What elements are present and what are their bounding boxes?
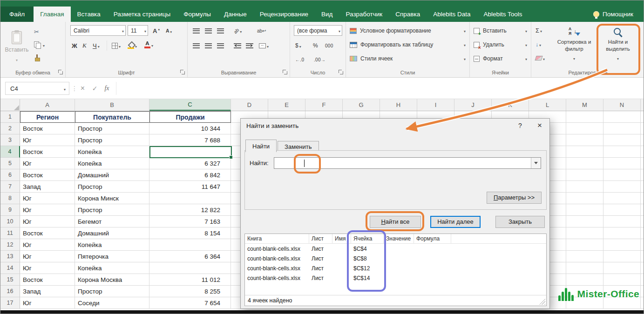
dialog-help-button[interactable]: ? bbox=[510, 119, 530, 133]
grid-cell[interactable] bbox=[603, 134, 641, 146]
insert-cells-button[interactable]: Вставить bbox=[474, 25, 527, 36]
formula-input[interactable] bbox=[116, 82, 644, 95]
grid-cell[interactable] bbox=[603, 181, 641, 193]
grid-cell[interactable] bbox=[566, 193, 603, 204]
results-column-формула[interactable]: Формула bbox=[414, 234, 451, 243]
grid-cell[interactable] bbox=[566, 134, 603, 146]
row-header-11[interactable]: 11 bbox=[0, 227, 20, 239]
dialog-launcher-icon[interactable] bbox=[58, 70, 63, 74]
font-name-combo[interactable]: Calibri bbox=[70, 25, 126, 36]
column-header-h[interactable]: H bbox=[380, 99, 417, 111]
ribbon-tab-ablebits-tools[interactable]: Ablebits Tools bbox=[477, 7, 529, 22]
clear-button[interactable] bbox=[534, 53, 546, 63]
column-header-m[interactable]: M bbox=[566, 99, 603, 111]
table-header-cell[interactable]: Покупатель bbox=[75, 111, 149, 123]
currency-format-button[interactable]: $ bbox=[294, 40, 303, 51]
results-column-имя[interactable]: Имя bbox=[332, 234, 351, 243]
grid-cell[interactable] bbox=[566, 158, 603, 169]
row-header-4[interactable]: 4 bbox=[0, 146, 20, 158]
grid-cell[interactable] bbox=[603, 193, 641, 204]
row-header-14[interactable]: 14 bbox=[0, 262, 20, 274]
increase-decimal-button[interactable]: ←.0 bbox=[294, 54, 305, 65]
column-header-f[interactable]: F bbox=[305, 99, 343, 111]
grid-cell[interactable]: Юг bbox=[20, 204, 75, 216]
column-header-b[interactable]: B bbox=[75, 99, 149, 111]
grid-cell[interactable] bbox=[566, 169, 603, 181]
grid-cell[interactable]: 6 327 bbox=[149, 158, 231, 169]
options-button[interactable]: Параметры >> bbox=[487, 192, 542, 204]
close-button[interactable]: Закрыть bbox=[495, 216, 545, 228]
grid-cell[interactable] bbox=[566, 262, 603, 274]
grid-cell[interactable]: Простор bbox=[75, 134, 149, 146]
ribbon-tab-вставка[interactable]: Вставка bbox=[71, 7, 107, 22]
font-size-combo[interactable]: 11 bbox=[128, 25, 148, 36]
grid-cell[interactable] bbox=[603, 262, 641, 274]
increase-indent-button[interactable] bbox=[244, 40, 255, 51]
row-header-17[interactable]: 17 bbox=[0, 297, 20, 309]
row-header-8[interactable]: 8 bbox=[0, 193, 20, 204]
decrease-decimal-button[interactable]: .00→ bbox=[312, 54, 327, 65]
grid-cell[interactable]: 6 842 bbox=[149, 169, 231, 181]
grid-cell[interactable] bbox=[566, 216, 603, 227]
find-all-button[interactable]: Найти все bbox=[370, 216, 421, 228]
column-header-d[interactable]: D bbox=[231, 99, 268, 111]
cell-styles-button[interactable]: Стили ячеек bbox=[350, 53, 466, 64]
delete-cells-button[interactable]: Удалить bbox=[474, 39, 527, 50]
grid-cell[interactable]: Восток bbox=[20, 169, 75, 181]
grid-cell[interactable]: Копейка bbox=[75, 239, 149, 251]
grid-cell[interactable] bbox=[603, 146, 641, 158]
fill-button[interactable] bbox=[534, 39, 542, 49]
grid-cell[interactable] bbox=[566, 239, 603, 251]
dialog-close-icon[interactable]: × bbox=[530, 119, 549, 133]
format-painter-button[interactable] bbox=[34, 53, 45, 62]
italic-button[interactable]: К bbox=[81, 40, 88, 51]
row-header-10[interactable]: 10 bbox=[0, 216, 20, 227]
cut-button[interactable] bbox=[34, 27, 45, 36]
ribbon-tab-справка[interactable]: Справка bbox=[389, 7, 427, 22]
result-row[interactable]: count-blank-cells.xlsxЛист$C$8 bbox=[245, 254, 546, 263]
row-header-9[interactable]: 9 bbox=[0, 204, 20, 216]
ribbon-tab-ablebits-data[interactable]: Ablebits Data bbox=[427, 7, 477, 22]
column-header-l[interactable]: L bbox=[529, 99, 566, 111]
grid-cell[interactable]: Домашний bbox=[75, 227, 149, 239]
grid-cell[interactable] bbox=[603, 111, 641, 123]
name-box[interactable]: C4 bbox=[5, 82, 69, 95]
grid-cell[interactable] bbox=[603, 123, 641, 134]
grid-cell[interactable] bbox=[603, 227, 641, 239]
align-right-button[interactable] bbox=[216, 40, 225, 51]
dialog-titlebar[interactable]: Найти и заменить ? × bbox=[241, 119, 549, 133]
grid-cell[interactable] bbox=[603, 169, 641, 181]
row-header-15[interactable]: 15 bbox=[0, 274, 20, 286]
grid-cell[interactable]: Юг bbox=[20, 134, 75, 146]
column-header-k[interactable]: K bbox=[492, 99, 529, 111]
select-all-corner[interactable] bbox=[0, 99, 20, 111]
grid-cell[interactable] bbox=[566, 204, 603, 216]
column-header-g[interactable]: G bbox=[343, 99, 380, 111]
find-what-combobox[interactable] bbox=[274, 157, 541, 169]
bold-button[interactable]: Ж bbox=[70, 40, 79, 51]
sort-filter-button[interactable]: Сортировка и фильтр bbox=[554, 23, 595, 71]
format-as-table-button[interactable]: Форматировать как таблицу bbox=[350, 39, 466, 50]
grid-cell[interactable]: Юг bbox=[20, 158, 75, 169]
ribbon-tab-формулы[interactable]: Формулы bbox=[177, 7, 217, 22]
grid-cell[interactable]: Простор bbox=[75, 286, 149, 297]
grid-cell[interactable]: Запад bbox=[20, 286, 75, 297]
grid-cell[interactable]: Бегемот bbox=[75, 216, 149, 227]
grid-cell[interactable]: Восток bbox=[20, 274, 75, 286]
column-header-a[interactable]: A bbox=[20, 99, 75, 111]
row-header-5[interactable]: 5 bbox=[0, 158, 20, 169]
underline-button[interactable]: Ч bbox=[91, 40, 101, 51]
column-header-c[interactable]: C bbox=[149, 99, 231, 111]
grid-cell[interactable] bbox=[149, 239, 231, 251]
row-header-6[interactable]: 6 bbox=[0, 169, 20, 181]
format-cells-button[interactable]: Формат bbox=[474, 53, 527, 64]
grid-cell[interactable] bbox=[603, 239, 641, 251]
grid-cell[interactable] bbox=[566, 146, 603, 158]
column-header-e[interactable]: E bbox=[268, 99, 305, 111]
result-row[interactable]: count-blank-cells.xlsxЛист$C$14 bbox=[245, 273, 546, 283]
row-header-16[interactable]: 16 bbox=[0, 286, 20, 297]
grid-cell[interactable]: 7 654 bbox=[149, 297, 231, 309]
ribbon-tab-разработчик[interactable]: Разработчик bbox=[339, 7, 389, 22]
grid-cell[interactable] bbox=[566, 274, 603, 286]
find-select-button[interactable]: Найти и выделить bbox=[597, 23, 638, 71]
